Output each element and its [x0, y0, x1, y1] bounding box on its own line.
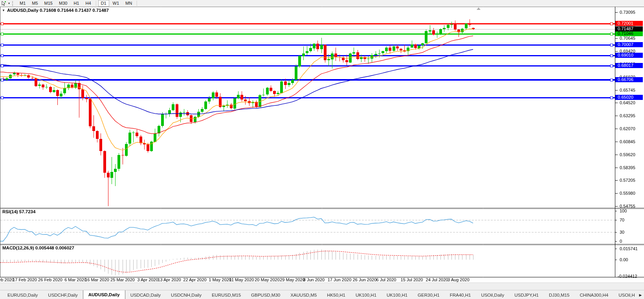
- cursor-arrow-icon: [1, 1, 6, 6]
- window-bottom-strip: [0, 282, 644, 290]
- timeframe-button-m5[interactable]: M5: [29, 0, 40, 7]
- timeframe-button-m1[interactable]: M1: [17, 0, 28, 7]
- chart-tab-uk100-h1[interactable]: UK100,H1: [350, 290, 382, 299]
- chart-tab-gbpusd-m30[interactable]: GBPUSD,M30: [246, 290, 285, 299]
- timeframe-button-w1[interactable]: W1: [110, 0, 122, 7]
- chart-tab-ger30-h1[interactable]: GER30,H1: [413, 290, 445, 299]
- toolbar-separator: [96, 1, 96, 6]
- chart-tab-usdcnh-daily[interactable]: USDCNH,Daily: [166, 290, 207, 299]
- chart-tab-xauusd-m5[interactable]: XAUUSD,M5: [285, 290, 322, 299]
- timeframe-button-d1[interactable]: D1: [98, 0, 109, 7]
- crosshair-tool-icon[interactable]: [0, 0, 7, 6]
- chart-tab-dj30-m15[interactable]: DJ30,M15: [544, 290, 574, 299]
- timeframe-button-m30[interactable]: M30: [56, 0, 70, 7]
- tab-scroll-right-button[interactable]: ▶: [637, 290, 644, 299]
- timeframe-button-mn[interactable]: MN: [123, 0, 135, 7]
- mt4-window: ▾ M1M5M15M30H1H4D1W1MN ▼ AUDUSD,Daily 0.…: [0, 0, 644, 299]
- tool-dropdown-caret-icon[interactable]: ▾: [7, 2, 11, 5]
- timeframe-toolbar: ▾ M1M5M15M30H1H4D1W1MN: [0, 0, 644, 7]
- chart-tab-china300-h4[interactable]: CHINA300,H4: [574, 290, 613, 299]
- chart-tab-usdjpy-h1[interactable]: USDJPY,H1: [509, 290, 544, 299]
- chart-tab-eurusd-m15[interactable]: EURUSD,M15: [207, 290, 246, 299]
- chart-tab-usoil-h[interactable]: USOil,H: [613, 290, 637, 299]
- timeframe-buttons: M1M5M15M30H1H4D1W1MN: [17, 0, 139, 7]
- chart-tab-bar: EURUSD,DailyUSDCHF,DailyAUDUSD,DailyUSDC…: [0, 290, 644, 299]
- chart-tab-eurusd-daily[interactable]: EURUSD,Daily: [2, 290, 43, 299]
- chart-tab-usdchf-daily[interactable]: USDCHF,Daily: [43, 290, 83, 299]
- timeframe-button-h1[interactable]: H1: [71, 0, 82, 7]
- chart-tab-fra40-h1[interactable]: FRA40,H1: [445, 290, 476, 299]
- chart-tab-usdcad-daily[interactable]: USDCAD,Daily: [125, 290, 166, 299]
- chart-tab-usoil-daily[interactable]: USOil,Daily: [476, 290, 509, 299]
- timeframe-button-h4[interactable]: H4: [83, 0, 94, 7]
- chart-tab-audusd-daily[interactable]: AUDUSD,Daily: [83, 290, 125, 299]
- chart-tab-hk50-h1[interactable]: HK50,H1: [322, 290, 350, 299]
- chart-tabs: EURUSD,DailyUSDCHF,DailyAUDUSD,DailyUSDC…: [0, 290, 637, 299]
- chart-canvas[interactable]: [0, 7, 644, 282]
- toolbar-grip[interactable]: [12, 1, 15, 6]
- toolbar-separator: [137, 1, 137, 6]
- timeframe-button-m15[interactable]: M15: [42, 0, 55, 7]
- chart-tab-uk100-h1[interactable]: UK100,H1: [382, 290, 413, 299]
